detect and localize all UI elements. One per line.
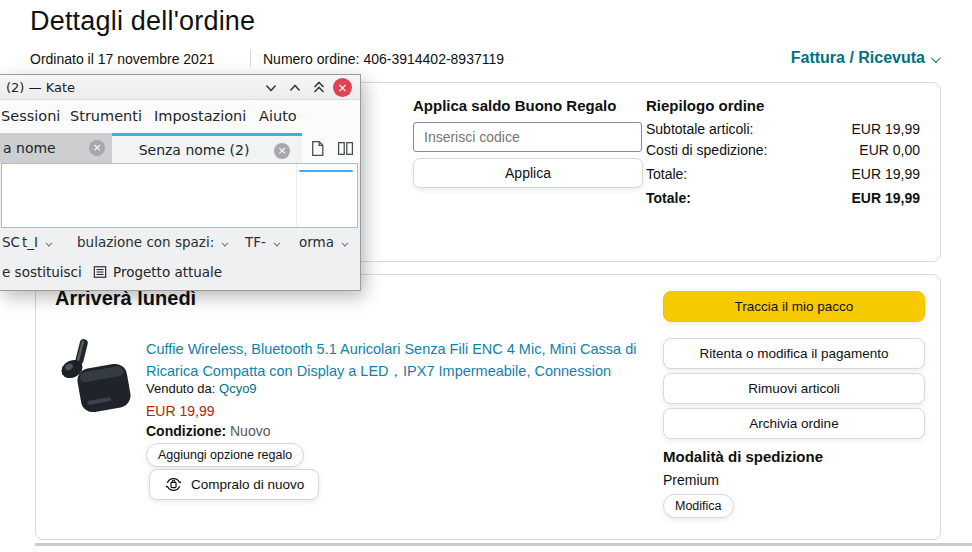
summary-row-total: Totale:EUR 19,99 bbox=[646, 190, 922, 206]
maximize-button[interactable] bbox=[286, 79, 303, 96]
kate-statusbar: SC t_I bulazione con spazi: TF- orma bbox=[0, 228, 360, 257]
close-icon: × bbox=[337, 81, 347, 95]
order-number-label: Numero ordine: bbox=[263, 51, 360, 67]
kate-window: (2) — Kate × Sessioni Strumenti Impo bbox=[0, 75, 360, 290]
order-date: Ordinato il 17 novembre 2021 bbox=[30, 51, 214, 67]
earbuds-image bbox=[55, 336, 137, 414]
edit-shipping-button[interactable]: Modifica bbox=[663, 494, 734, 518]
scrollbar-position-indicator bbox=[299, 170, 353, 172]
tab-close-icon[interactable]: × bbox=[89, 140, 105, 156]
find-replace-toolview-button[interactable]: e sostituisci bbox=[2, 264, 82, 280]
chevron-up-icon bbox=[289, 83, 301, 93]
order-details-page: Dettagli dell'ordine Ordinato il 17 nove… bbox=[0, 0, 972, 552]
status-encoding[interactable]: TF- bbox=[245, 234, 278, 250]
project-list-icon bbox=[93, 265, 107, 279]
kate-menubar: Sessioni Strumenti Impostazioni Aiuto bbox=[0, 100, 360, 133]
page-title: Dettagli dell'ordine bbox=[30, 6, 255, 37]
kate-toolview-bar: e sostituisci Progetto attuale bbox=[0, 257, 360, 290]
track-package-button[interactable]: Traccia il mio pacco bbox=[663, 291, 925, 322]
add-gift-option-button[interactable]: Aggiungi opzione regalo bbox=[146, 443, 304, 467]
new-document-icon bbox=[309, 140, 326, 157]
chevron-down-icon bbox=[222, 240, 229, 247]
sold-by: Venduto da: Qcyo9 bbox=[146, 381, 257, 396]
archive-order-button[interactable]: Archivia ordine bbox=[663, 408, 925, 439]
condition: Condizione: Nuovo bbox=[146, 423, 270, 439]
order-number: Numero ordine: 406-3914402-8937119 bbox=[263, 51, 504, 67]
product-price: EUR 19,99 bbox=[146, 403, 214, 419]
menu-strumenti[interactable]: Strumenti bbox=[70, 108, 142, 124]
tab-senza-nome-2[interactable]: Senza nome (2) × bbox=[112, 133, 302, 163]
order-number-value: 406-3914402-8937119 bbox=[363, 51, 504, 67]
chevron-down-icon bbox=[931, 53, 941, 63]
kate-tabbar: a nome × Senza nome (2) × bbox=[0, 133, 360, 163]
gift-code-input[interactable] bbox=[413, 122, 642, 152]
product-title-link[interactable]: Cuffie Wireless, Bluetooth 5.1 Auricolar… bbox=[146, 338, 651, 382]
summary-row: Costi di spedizione:EUR 0,00 bbox=[646, 142, 922, 158]
gift-balance-heading: Applica saldo Buono Regalo bbox=[413, 97, 616, 114]
kate-window-title: (2) — Kate bbox=[6, 80, 75, 95]
keep-above-button[interactable] bbox=[310, 79, 327, 96]
shipping-mode-heading: Modalità di spedizione bbox=[663, 448, 823, 465]
apply-button[interactable]: Applica bbox=[413, 158, 643, 188]
seller-link[interactable]: Qcyo9 bbox=[219, 381, 257, 396]
tab-close-icon[interactable]: × bbox=[274, 143, 290, 159]
chevron-down-icon bbox=[45, 240, 52, 247]
status-highlight-mode[interactable]: orma bbox=[299, 234, 346, 250]
split-view-button[interactable] bbox=[337, 140, 357, 158]
menu-impostazioni[interactable]: Impostazioni bbox=[154, 108, 246, 124]
new-document-button[interactable] bbox=[309, 140, 329, 158]
page-bottom-divider bbox=[35, 543, 972, 546]
product-image[interactable] bbox=[55, 336, 137, 414]
summary-row: Subtotale articoli:EUR 19,99 bbox=[646, 121, 922, 137]
kate-editor-area[interactable] bbox=[1, 163, 358, 228]
invoice-receipt-link[interactable]: Fattura / Ricevuta bbox=[791, 49, 938, 67]
status-tab-width[interactable]: bulazione con spazi: bbox=[77, 234, 226, 250]
kate-scrollbar-minimap[interactable] bbox=[296, 164, 357, 227]
order-summary-heading: Riepilogo ordine bbox=[646, 97, 764, 114]
close-button[interactable]: × bbox=[333, 78, 352, 97]
double-chevron-up-icon bbox=[313, 81, 325, 94]
split-view-icon bbox=[337, 140, 354, 157]
chevron-down-icon bbox=[273, 240, 280, 247]
status-insert-mode[interactable]: t_I bbox=[22, 234, 50, 250]
arrival-heading: Arriverà lunedì bbox=[55, 287, 196, 310]
menu-sessioni[interactable]: Sessioni bbox=[1, 108, 60, 124]
remove-items-button[interactable]: Rimuovi articoli bbox=[663, 373, 925, 404]
edit-payment-button[interactable]: Ritenta o modifica il pagamento bbox=[663, 338, 925, 369]
summary-row: Totale:EUR 19,99 bbox=[646, 166, 922, 182]
buy-again-button[interactable]: Compralo di nuovo bbox=[149, 469, 319, 500]
divider bbox=[250, 50, 251, 67]
kate-titlebar[interactable]: (2) — Kate × bbox=[0, 75, 360, 100]
tab-senza-nome[interactable]: a nome × bbox=[0, 133, 112, 163]
chevron-down-icon bbox=[265, 83, 277, 93]
minimize-button[interactable] bbox=[262, 79, 279, 96]
buy-again-icon bbox=[164, 475, 183, 494]
menu-aiuto[interactable]: Aiuto bbox=[259, 108, 297, 124]
shipping-mode-value: Premium bbox=[663, 472, 719, 488]
current-project-toolview-button[interactable]: Progetto attuale bbox=[93, 264, 222, 280]
chevron-down-icon bbox=[341, 240, 348, 247]
status-fragment[interactable]: SC bbox=[2, 234, 20, 250]
